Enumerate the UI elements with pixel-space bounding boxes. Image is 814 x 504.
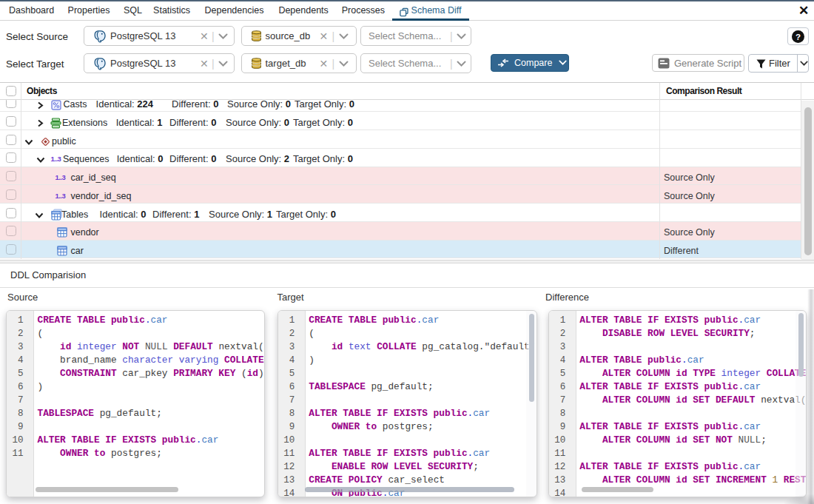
svg-text:?: ?: [796, 32, 801, 41]
